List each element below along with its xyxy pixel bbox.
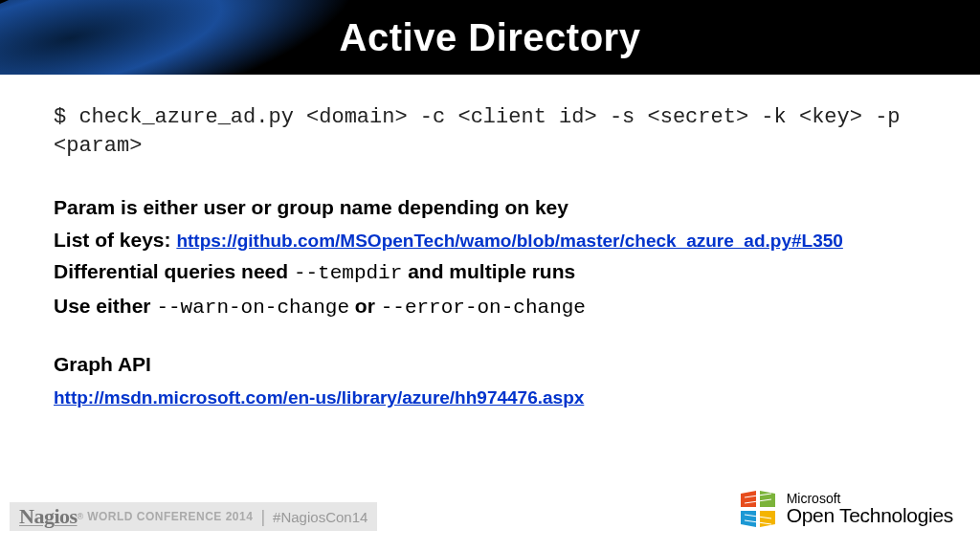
slide-title: Active Directory [340,16,641,59]
list-label: List of keys: [54,229,176,251]
graph-api-heading: Graph API [54,349,926,380]
registered-mark: ® [78,512,84,521]
svg-marker-3 [760,511,775,527]
command-example: $ check_azure_ad.py <domain> -c <client … [54,103,926,160]
ms-line1: Microsoft [787,492,953,506]
param-description: Param is either user or group name depen… [54,192,926,223]
hashtag: #NagiosCon14 [273,509,368,525]
nagios-logo: Nagios [19,504,78,529]
ms-text-block: Microsoft Open Technologies [787,492,953,527]
use-mid: or [349,295,381,317]
diff-post: and multiple runs [402,260,575,282]
footer-separator: | [260,507,265,527]
diff-pre: Differential queries need [54,260,294,282]
svg-marker-1 [760,491,775,507]
nagios-footer-block: Nagios® WORLD CONFERENCE 2014 | #NagiosC… [10,502,377,531]
tempdir-flag: --tempdir [294,262,402,284]
header-decoration [0,0,393,75]
error-flag: --error-on-change [381,297,586,319]
use-pre: Use either [54,295,156,317]
slide-header: Active Directory [0,0,980,75]
list-of-keys-line: List of keys: https://github.com/MSOpenT… [54,225,926,255]
conference-label: WORLD CONFERENCE 2014 [87,510,253,523]
differential-line: Differential queries need --tempdir and … [54,256,926,289]
ms-opentech-icon [739,490,777,528]
keys-link[interactable]: https://github.com/MSOpenTech/wamo/blob/… [176,231,842,251]
slide-footer: Nagios® WORLD CONFERENCE 2014 | #NagiosC… [0,496,980,538]
graph-api-link-line: http://msdn.microsoft.com/en-us/library/… [54,382,926,412]
ms-line2: Open Technologies [787,505,953,526]
warn-flag: --warn-on-change [156,297,349,319]
slide-content: $ check_azure_ad.py <domain> -c <client … [0,75,980,411]
svg-marker-0 [741,491,756,507]
microsoft-footer: Microsoft Open Technologies [739,490,953,528]
use-either-line: Use either --warn-on-change or --error-o… [54,291,926,323]
graph-api-link[interactable]: http://msdn.microsoft.com/en-us/library/… [54,387,584,408]
svg-marker-2 [741,511,756,527]
